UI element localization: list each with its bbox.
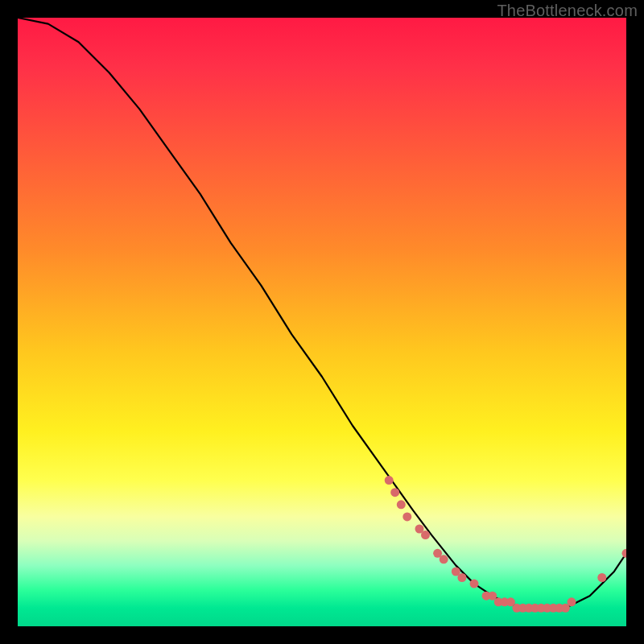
curve-dot: [622, 549, 627, 558]
curve-dots: [385, 476, 626, 613]
curve-dot: [397, 500, 406, 509]
watermark-text: TheBottleneck.com: [497, 2, 638, 20]
curve-dot: [457, 573, 466, 582]
curve-dot: [421, 530, 430, 539]
chart-frame: TheBottleneck.com: [0, 0, 644, 644]
curve-dot: [390, 488, 399, 497]
curve-dot: [402, 512, 411, 521]
curve-dot: [385, 476, 394, 485]
curve-layer: [18, 18, 626, 626]
curve-dot: [568, 597, 576, 606]
curve-dot: [597, 573, 606, 582]
bottleneck-curve: [18, 18, 626, 608]
curve-dot: [440, 555, 448, 564]
curve-dot: [470, 580, 479, 588]
plot-area: [18, 18, 626, 626]
